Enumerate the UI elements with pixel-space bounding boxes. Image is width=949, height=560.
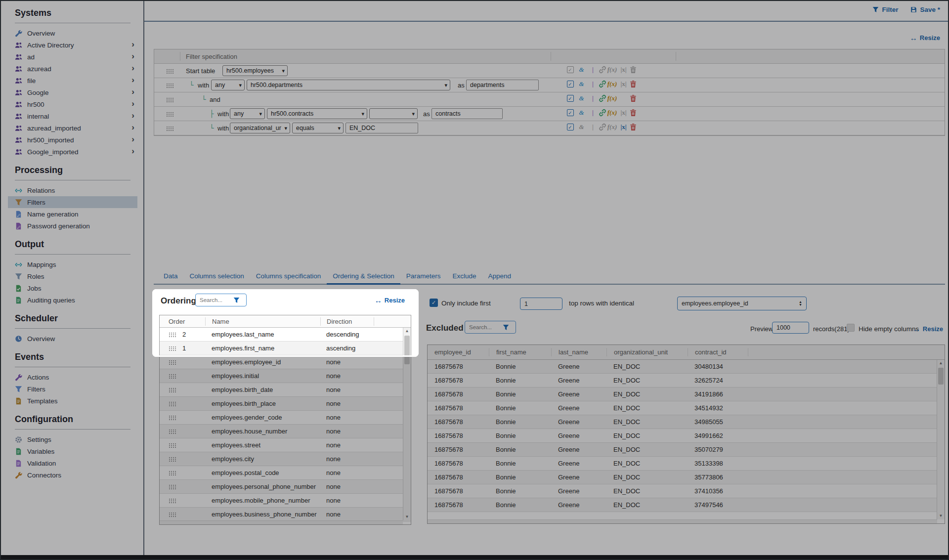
row-enabled-checkbox[interactable]: ✓	[567, 109, 574, 116]
drag-handle-icon[interactable]	[166, 69, 173, 74]
tab[interactable]: Columns selection	[184, 269, 250, 284]
sidebar-item[interactable]: Actions	[8, 371, 137, 383]
sidebar-item[interactable]: file ›	[8, 75, 137, 86]
scroll-up-button[interactable]: ▲	[937, 360, 945, 367]
sidebar-item[interactable]: Templates	[8, 395, 137, 407]
condition-value-input[interactable]	[345, 123, 418, 133]
ordering-resize-button[interactable]: ↔ Resize	[375, 296, 405, 304]
trash-icon[interactable]	[629, 123, 637, 131]
funnel-icon[interactable]	[503, 324, 509, 331]
ordering-row[interactable]: employees.personal_phone_number none	[160, 480, 411, 494]
link-icon[interactable]	[599, 109, 606, 117]
excluded-row[interactable]: 16875678 Bonnie Greene EN_DOC 35070279	[428, 443, 945, 457]
and-condition-icon[interactable]: &	[576, 66, 587, 74]
hide-empty-columns-checkbox[interactable]	[847, 324, 855, 332]
sidebar-item[interactable]: Overview	[8, 27, 137, 39]
ordering-row[interactable]: employees.initial none	[160, 369, 411, 383]
link-icon[interactable]	[599, 94, 606, 102]
sidebar-item[interactable]: hr500 ›	[8, 98, 137, 110]
direction-value[interactable]: none	[320, 497, 374, 504]
table-select[interactable]: hr500.departments ▾	[247, 80, 450, 90]
ordering-row[interactable]: employees.birth_date none	[160, 383, 411, 397]
ordering-row[interactable]: employees.birth_place none	[160, 397, 411, 411]
top-resize-button[interactable]: ↔ Resize	[910, 34, 940, 42]
column-header-organizational-unit[interactable]: organizational_unit	[606, 348, 688, 356]
trash-icon[interactable]	[629, 66, 637, 74]
drag-handle-icon[interactable]	[169, 471, 176, 475]
tab[interactable]: Data	[158, 269, 184, 284]
sidebar-item[interactable]: azuread_imported ›	[8, 122, 137, 134]
direction-value[interactable]: none	[320, 469, 374, 476]
scrollbar[interactable]: ▲ ▼	[937, 360, 945, 519]
sidebar-item[interactable]: Mappings	[8, 258, 137, 270]
tab[interactable]: Exclude	[447, 269, 482, 284]
direction-value[interactable]: none	[320, 400, 374, 407]
excluded-resize-button[interactable]: ↔ Resize	[913, 325, 943, 333]
ordering-row[interactable]: employees.city none	[160, 452, 411, 466]
direction-value[interactable]: none	[320, 358, 374, 366]
ordering-row[interactable]: employees.mobile_phone_number none	[160, 494, 411, 508]
excluded-row[interactable]: 16875678 Bonnie Greene EN_DOC 32625724	[428, 374, 945, 388]
sidebar-item[interactable]: Connectors	[8, 469, 137, 481]
sidebar-item[interactable]: Filters	[8, 383, 137, 395]
ordering-row[interactable]: employees.gender_code none	[160, 411, 411, 425]
top-rows-count-input[interactable]	[520, 298, 562, 310]
or-condition-icon[interactable]: |	[587, 66, 599, 74]
excluded-row[interactable]: 16875678 Bonnie Greene EN_DOC 37410356	[428, 484, 945, 498]
alias-input[interactable]	[466, 80, 539, 90]
column-header-contract-id[interactable]: contract_id	[688, 348, 748, 356]
preview-count-input[interactable]	[772, 322, 809, 334]
sidebar-item[interactable]: Google ›	[8, 86, 137, 98]
function-icon[interactable]: f(x)	[606, 123, 618, 131]
quantifier-select[interactable]: any ▾	[230, 108, 265, 119]
tab[interactable]: Columns specification	[250, 269, 327, 284]
direction-value[interactable]: none	[320, 372, 374, 380]
sidebar-item[interactable]: Password generation	[8, 220, 137, 232]
excluded-search-input[interactable]	[469, 324, 501, 330]
or-condition-icon[interactable]: |	[587, 80, 599, 88]
ordering-row[interactable]: 1 employees.first_name ascending	[160, 342, 411, 355]
only-include-first-checkbox[interactable]: ✓	[430, 299, 438, 307]
excluded-row[interactable]: 16875678 Bonnie Greene EN_DOC 34991662	[428, 429, 945, 443]
sidebar-item[interactable]: Validation	[8, 457, 137, 469]
function-icon[interactable]: f(x)	[606, 80, 618, 88]
sidebar-item[interactable]: Filters	[8, 196, 137, 208]
excluded-row[interactable]: 16875678 Bonnie Greene EN_DOC 35133398	[428, 457, 945, 471]
sidebar-item[interactable]: Relations	[8, 184, 137, 196]
scroll-thumb[interactable]	[938, 368, 944, 385]
absolute-value-icon[interactable]: |x|	[618, 109, 629, 117]
column-header-direction[interactable]: Direction	[320, 317, 374, 326]
ordering-row[interactable]: employees.business_phone_number none	[160, 508, 411, 521]
or-condition-icon[interactable]: |	[587, 109, 599, 117]
sidebar-item[interactable]: Active Directory ›	[8, 39, 137, 51]
and-condition-icon[interactable]: &	[576, 80, 587, 88]
alias-input[interactable]	[431, 108, 503, 119]
scroll-down-button[interactable]: ▼	[403, 514, 411, 520]
ordering-row[interactable]: 2 employees.last_name descending	[160, 328, 411, 342]
direction-value[interactable]: ascending	[320, 345, 374, 352]
scrollbar[interactable]: ▲ ▼	[403, 328, 411, 520]
direction-value[interactable]: none	[320, 414, 374, 421]
function-icon[interactable]: f(x)	[606, 109, 618, 117]
sidebar-item[interactable]: hr500_imported ›	[8, 134, 137, 146]
or-condition-icon[interactable]: |	[587, 94, 599, 102]
quantifier-select[interactable]: any ▾	[211, 80, 245, 90]
start-table-select[interactable]: hr500.employees ▾	[222, 65, 288, 76]
tab[interactable]: Parameters	[400, 269, 447, 284]
horizontal-scrollbar[interactable]	[160, 520, 403, 524]
sidebar-item[interactable]: Variables	[8, 445, 137, 457]
link-icon[interactable]	[599, 123, 606, 131]
sidebar-item[interactable]: Roles	[8, 270, 137, 282]
function-icon[interactable]: f(x)	[606, 94, 618, 102]
operator-select[interactable]: equals ▾	[292, 123, 344, 133]
tab[interactable]: Append	[482, 269, 518, 284]
column-header-order[interactable]: Order	[160, 317, 205, 326]
tab[interactable]: Ordering & Selection	[327, 269, 400, 285]
direction-value[interactable]: none	[320, 386, 374, 393]
ordering-row[interactable]: employees.postal_code none	[160, 466, 411, 480]
funnel-icon[interactable]	[233, 297, 240, 303]
sidebar-item[interactable]: internal ›	[8, 110, 137, 122]
and-condition-icon[interactable]: &	[576, 123, 587, 131]
column-header-first-name[interactable]: first_name	[489, 348, 551, 356]
direction-value[interactable]: none	[320, 428, 374, 435]
